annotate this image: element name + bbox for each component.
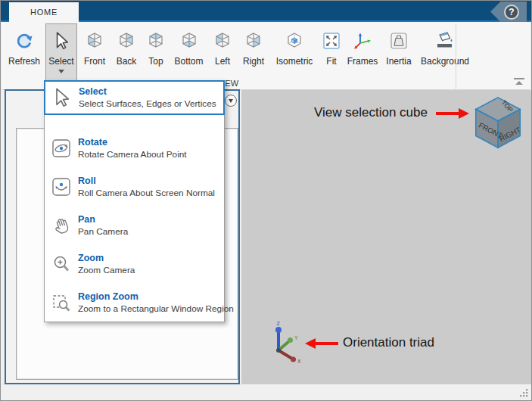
menu-item-description: Roll Camera About Screen Normal (78, 188, 215, 198)
frames-label: Frames (347, 56, 378, 67)
inertia-button[interactable]: Inertia (382, 23, 415, 76)
inertia-icon (389, 29, 409, 53)
triad-z-label: Z (277, 321, 281, 326)
help-button[interactable]: ? (504, 5, 519, 20)
front-view-button[interactable]: Front (79, 23, 110, 76)
menu-item-title: Pan (78, 214, 128, 225)
menu-item-title: Zoom (78, 253, 135, 263)
cube-back-icon (117, 29, 136, 53)
menu-item-rotate[interactable]: Rotate Rotate Camera About Point (45, 129, 224, 167)
background-icon (434, 29, 456, 53)
cube-right-icon (244, 29, 263, 53)
menu-item-select[interactable]: Select Select Surfaces, Edges or Vertice… (44, 80, 225, 115)
cursor-icon (50, 87, 74, 108)
select-label: Select (48, 56, 73, 67)
left-label: Left (215, 56, 230, 67)
isometric-icon (285, 29, 304, 53)
menu-item-roll[interactable]: Roll Roll Camera About Screen Normal (45, 167, 224, 206)
menu-item-title: Roll (78, 176, 215, 186)
tab-home[interactable]: HOME (9, 2, 79, 22)
resize-grip[interactable] (519, 388, 528, 397)
cube-top-icon (146, 29, 166, 53)
back-view-button[interactable]: Back (112, 23, 141, 76)
top-label: Top (148, 56, 163, 67)
pan-hand-icon (49, 215, 73, 236)
inertia-label: Inertia (386, 56, 411, 67)
panel-collapse-button[interactable] (225, 95, 237, 107)
select-dropdown-menu: Select Select Surfaces, Edges or Vertice… (44, 80, 225, 322)
orientation-triad: Z Y X (266, 320, 304, 364)
fit-button[interactable]: Fit (320, 23, 343, 76)
left-view-button[interactable]: Left (209, 23, 236, 76)
menu-item-description: Zoom Camera (78, 265, 135, 275)
cursor-icon (51, 29, 71, 53)
app-window: HOME ? Refresh (0, 0, 532, 401)
menu-item-zoom[interactable]: Zoom Zoom Camera (45, 244, 224, 283)
refresh-button[interactable]: Refresh (5, 23, 43, 76)
arrow-left-icon (305, 338, 338, 349)
menu-item-description: Pan Camera (78, 226, 128, 237)
menu-item-title: Select (79, 86, 216, 97)
cube-left-icon (213, 29, 232, 53)
menu-item-description: Select Surfaces, Edges or Vertices (79, 98, 216, 109)
background-button[interactable]: Background (418, 23, 472, 76)
refresh-icon (14, 29, 35, 53)
roll-icon (49, 176, 73, 197)
rotate-icon (49, 138, 73, 159)
triad-x-label: X (297, 359, 301, 364)
menu-item-title: Region Zoom (78, 291, 234, 302)
zoom-magnifier-icon (49, 253, 73, 275)
front-label: Front (84, 56, 105, 67)
view-selection-cube[interactable]: TOP FRONT RIGHT (468, 93, 527, 152)
viewport-canvas[interactable]: View selection cube TOP FRONT RIGHT Z Y … (241, 90, 532, 384)
cube-front-icon (85, 29, 104, 53)
menu-item-region-zoom[interactable]: Region Zoom Zoom to a Rectangular Window… (45, 283, 224, 322)
status-bar (2, 384, 530, 399)
triad-y-label: Y (294, 335, 298, 340)
collapse-ribbon-button[interactable] (514, 78, 524, 85)
isometric-label: Isometric (276, 56, 313, 67)
bottom-view-button[interactable]: Bottom (171, 23, 207, 76)
select-button[interactable]: Select (45, 23, 77, 81)
cube-bottom-icon (179, 29, 199, 53)
menu-item-description: Zoom to a Rectangular Window Region (78, 303, 234, 314)
back-label: Back (117, 56, 137, 67)
menu-item-description: Rotate Camera About Point (78, 149, 187, 160)
region-zoom-icon (49, 292, 73, 313)
dropdown-caret-icon (58, 70, 64, 73)
top-view-button[interactable]: Top (143, 23, 169, 76)
triad-annotation: Orientation triad (343, 335, 434, 350)
fit-icon (322, 29, 341, 53)
ribbon-separator (456, 24, 456, 98)
right-label: Right (243, 56, 264, 67)
isometric-view-button[interactable]: Isometric (271, 23, 318, 76)
right-view-button[interactable]: Right (238, 23, 269, 76)
frames-button[interactable]: Frames (345, 23, 380, 76)
bottom-label: Bottom (174, 56, 203, 67)
view-cube-annotation: View selection cube (314, 105, 428, 120)
tab-strip (1, 1, 531, 22)
arrow-right-icon (436, 108, 469, 119)
menu-item-pan[interactable]: Pan Pan Camera (45, 206, 224, 244)
menu-item-title: Rotate (78, 137, 187, 148)
background-label: Background (421, 56, 469, 67)
fit-label: Fit (326, 56, 336, 67)
frames-icon (353, 29, 372, 53)
refresh-label: Refresh (8, 56, 40, 67)
